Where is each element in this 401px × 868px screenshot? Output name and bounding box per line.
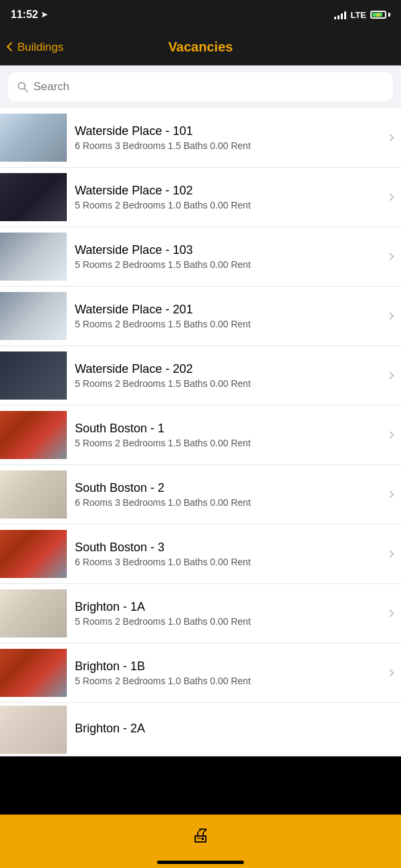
thumbnail [0,233,67,281]
list-item[interactable]: South Boston - 26 Rooms 3 Bedrooms 1.0 B… [0,465,401,525]
chevron-right-icon [386,431,394,438]
thumbnail [0,292,67,340]
item-content: Waterside Place - 1025 Rooms 2 Bedrooms … [75,184,382,210]
list-item[interactable]: Waterside Place - 1016 Rooms 3 Bedrooms … [0,108,401,168]
vacancy-list: Waterside Place - 1016 Rooms 3 Bedrooms … [0,108,401,756]
search-icon [17,82,28,92]
signal-bar-1 [334,17,336,19]
thumbnail [0,470,67,519]
item-title: South Boston - 2 [75,481,382,495]
item-content: Waterside Place - 1035 Rooms 2 Bedrooms … [75,243,382,270]
item-content: South Boston - 36 Rooms 3 Bedrooms 1.0 B… [75,541,382,567]
thumbnail [0,351,67,400]
status-bar: 11:52 ➤ LTE ⚡ [0,0,401,29]
list-item[interactable]: Waterside Place - 1035 Rooms 2 Bedrooms … [0,227,401,287]
item-subtitle: 5 Rooms 2 Bedrooms 1.5 Baths 0.00 Rent [75,438,382,448]
chevron-right-icon [386,312,394,319]
chevron-right-icon [386,669,394,676]
item-subtitle: 5 Rooms 2 Bedrooms 1.5 Baths 0.00 Rent [75,259,382,270]
signal-bar-2 [338,15,340,19]
item-title: Waterside Place - 202 [75,362,382,376]
item-title: Waterside Place - 101 [75,124,382,138]
signal-bar-4 [344,11,346,19]
item-subtitle: 5 Rooms 2 Bedrooms 1.5 Baths 0.00 Rent [75,378,382,389]
search-bar [8,72,393,102]
chevron-right-icon [386,372,394,379]
thumbnail [0,530,67,578]
item-content: Waterside Place - 2015 Rooms 2 Bedrooms … [75,303,382,329]
location-icon: ➤ [41,10,47,19]
chevron-right-icon [386,134,394,141]
item-content: Brighton - 1B5 Rooms 2 Bedrooms 1.0 Bath… [75,660,382,686]
list-item[interactable]: Brighton - 1A5 Rooms 2 Bedrooms 1.0 Bath… [0,584,401,643]
thumbnail [0,706,67,754]
back-button[interactable]: Buildings [8,41,63,54]
thumbnail [0,173,67,221]
lte-indicator: LTE [350,10,366,20]
item-title: Waterside Place - 102 [75,184,382,198]
item-title: Waterside Place - 103 [75,243,382,257]
page-title: Vacancies [168,39,233,55]
item-title: Brighton - 1B [75,660,382,674]
battery-icon: ⚡ [370,11,390,19]
status-right: LTE ⚡ [334,10,390,20]
item-content: Waterside Place - 2025 Rooms 2 Bedrooms … [75,362,382,389]
thumbnail [0,589,67,637]
item-title: Brighton - 2A [75,722,393,736]
home-indicator [157,861,244,864]
list-item[interactable]: Waterside Place - 1025 Rooms 2 Bedrooms … [0,168,401,227]
status-time: 11:52 ➤ [11,9,47,21]
signal-bars [334,10,346,19]
item-subtitle: 5 Rooms 2 Bedrooms 1.5 Baths 0.00 Rent [75,319,382,329]
thumbnail [0,649,67,697]
thumbnail [0,114,67,162]
tab-bar: 🖨 [0,815,401,868]
chevron-right-icon [386,609,394,617]
thumbnail [0,411,67,459]
item-title: Waterside Place - 201 [75,303,382,317]
list-item[interactable]: Brighton - 1B5 Rooms 2 Bedrooms 1.0 Bath… [0,643,401,703]
search-container [0,65,401,108]
item-title: South Boston - 1 [75,422,382,436]
list-item[interactable]: South Boston - 15 Rooms 2 Bedrooms 1.5 B… [0,406,401,465]
item-title: South Boston - 3 [75,541,382,555]
item-content: Waterside Place - 1016 Rooms 3 Bedrooms … [75,124,382,151]
item-subtitle: 5 Rooms 2 Bedrooms 1.0 Baths 0.00 Rent [75,616,382,627]
list-item[interactable]: Waterside Place - 2025 Rooms 2 Bedrooms … [0,346,401,406]
print-icon[interactable]: 🖨 [191,824,210,846]
search-input[interactable] [33,80,384,94]
list-item[interactable]: Waterside Place - 2015 Rooms 2 Bedrooms … [0,287,401,346]
chevron-right-icon [386,550,394,557]
item-content: South Boston - 26 Rooms 3 Bedrooms 1.0 B… [75,481,382,508]
item-subtitle: 5 Rooms 2 Bedrooms 1.0 Baths 0.00 Rent [75,676,382,686]
chevron-right-icon [386,193,394,200]
item-subtitle: 5 Rooms 2 Bedrooms 1.0 Baths 0.00 Rent [75,200,382,210]
item-content: Brighton - 2A [75,722,393,738]
back-label: Buildings [17,41,63,54]
svg-line-1 [25,89,28,92]
item-content: South Boston - 15 Rooms 2 Bedrooms 1.5 B… [75,422,382,448]
signal-bar-3 [341,13,343,19]
list-item[interactable]: Brighton - 2A [0,703,401,756]
item-subtitle: 6 Rooms 3 Bedrooms 1.0 Baths 0.00 Rent [75,497,382,508]
list-item[interactable]: South Boston - 36 Rooms 3 Bedrooms 1.0 B… [0,525,401,584]
chevron-left-icon [7,41,16,51]
item-content: Brighton - 1A5 Rooms 2 Bedrooms 1.0 Bath… [75,600,382,627]
item-subtitle: 6 Rooms 3 Bedrooms 1.5 Baths 0.00 Rent [75,140,382,151]
chevron-right-icon [386,253,394,260]
nav-bar: Buildings Vacancies [0,29,401,65]
item-subtitle: 6 Rooms 3 Bedrooms 1.0 Baths 0.00 Rent [75,557,382,567]
chevron-right-icon [386,490,394,498]
item-title: Brighton - 1A [75,600,382,614]
